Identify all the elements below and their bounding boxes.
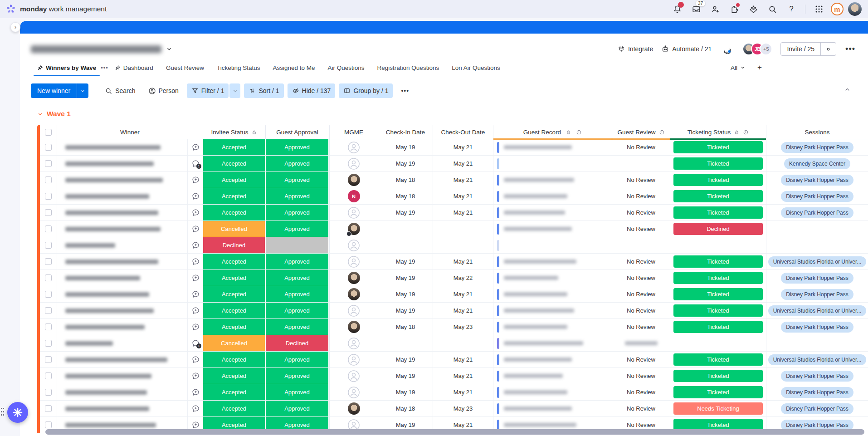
sessions-cell[interactable]: Universal Studios Florida or Univer...	[766, 303, 868, 318]
guest-approval-cell[interactable]: Declined	[266, 335, 329, 351]
row-checkbox[interactable]	[45, 209, 52, 216]
check-out-date[interactable]: May 21	[433, 368, 493, 384]
row-checkbox-cell[interactable]	[37, 139, 57, 155]
session-pill[interactable]: Disney Park Hopper Pass	[781, 175, 853, 186]
conversation-icon[interactable]	[187, 303, 203, 318]
check-out-date[interactable]: May 21	[433, 205, 493, 220]
guest-record-cell[interactable]	[493, 303, 612, 318]
session-pill[interactable]: Disney Park Hopper Pass	[781, 420, 853, 431]
check-out-date[interactable]: May 23	[433, 401, 493, 416]
invitee-status-cell[interactable]: Accepted	[203, 156, 266, 171]
check-in-date[interactable]: May 19	[378, 254, 433, 269]
invite-members-icon[interactable]	[708, 2, 722, 16]
mgme-photo-avatar[interactable]	[348, 272, 360, 284]
session-pill[interactable]: Disney Park Hopper Pass	[781, 142, 853, 153]
invitee-status-cell[interactable]: Cancelled	[203, 335, 266, 351]
tab-guest-review[interactable]: Guest Review	[160, 64, 210, 76]
sessions-cell[interactable]: Disney Park Hopper Pass	[766, 319, 868, 335]
row-checkbox-cell[interactable]	[37, 188, 57, 204]
check-in-date[interactable]: May 19	[378, 368, 433, 384]
guest-review-cell[interactable]: No Review	[612, 384, 670, 400]
mgme-avatar-cell[interactable]	[329, 303, 378, 318]
row-checkbox[interactable]	[45, 291, 52, 298]
check-in-date[interactable]: May 19	[378, 270, 433, 286]
check-in-date[interactable]	[378, 335, 433, 351]
check-out-date[interactable]: May 21	[433, 188, 493, 204]
row-checkbox-cell[interactable]	[37, 221, 57, 237]
row-checkbox[interactable]	[45, 258, 52, 265]
mgme-letter-avatar[interactable]: N	[348, 190, 360, 202]
session-pill[interactable]: Disney Park Hopper Pass	[781, 387, 853, 398]
ticketing-status-cell[interactable]: Ticketed	[670, 254, 766, 269]
tab-dashboard[interactable]: Dashboard	[108, 64, 160, 76]
ticketing-status-badge[interactable]: Ticketed	[673, 272, 763, 284]
check-in-date[interactable]: May 19	[378, 205, 433, 220]
expand-sidebar-button[interactable]: ›	[10, 22, 20, 32]
guest-review-cell[interactable]: No Review	[612, 352, 670, 367]
sessions-cell[interactable]	[766, 237, 868, 253]
check-out-date[interactable]: May 21	[433, 352, 493, 367]
ticketing-status-badge[interactable]: Ticketed	[673, 174, 763, 186]
conversation-icon[interactable]	[187, 221, 203, 237]
guest-approval-cell[interactable]: Approved	[266, 401, 329, 416]
invitee-status-cell[interactable]: Accepted	[203, 254, 266, 269]
winner-name[interactable]	[57, 335, 187, 351]
winner-name[interactable]	[57, 401, 187, 416]
invitee-status-cell[interactable]: Accepted	[203, 303, 266, 318]
guest-review-cell[interactable]: No Review	[612, 303, 670, 318]
ticketing-status-badge[interactable]: Needs Ticketing	[673, 402, 763, 415]
mgme-avatar-cell[interactable]	[329, 172, 378, 188]
guest-record-cell[interactable]	[493, 384, 612, 400]
board-updates-icon[interactable]	[720, 42, 734, 56]
guest-review-cell[interactable]: No Review	[612, 172, 670, 188]
guest-approval-cell[interactable]	[266, 237, 329, 253]
mgme-avatar-cell[interactable]	[329, 401, 378, 416]
check-in-date[interactable]: May 19	[378, 286, 433, 302]
apps-icon[interactable]	[727, 2, 741, 16]
mgme-avatar-cell[interactable]	[329, 237, 378, 253]
conversation-icon[interactable]	[187, 270, 203, 286]
guest-review-cell[interactable]: No Review	[612, 205, 670, 220]
winner-name[interactable]	[57, 319, 187, 335]
row-checkbox-cell[interactable]	[37, 286, 57, 302]
conversation-icon[interactable]	[187, 188, 203, 204]
inbox-icon[interactable]: 37	[689, 2, 703, 16]
help-icon[interactable]: ?	[784, 2, 799, 16]
row-checkbox-cell[interactable]	[37, 335, 57, 351]
search-tool[interactable]: Search	[100, 83, 140, 98]
check-in-date[interactable]: May 19	[378, 384, 433, 400]
guest-approval-cell[interactable]: Approved	[266, 221, 329, 237]
guest-review-cell[interactable]: No Review	[612, 139, 670, 155]
check-out-date[interactable]: May 21	[433, 139, 493, 155]
ticketing-status-cell[interactable]: Ticketed	[670, 139, 766, 155]
guest-review-cell[interactable]	[612, 335, 670, 351]
sessions-cell[interactable]: Disney Park Hopper Pass	[766, 401, 868, 416]
ticketing-status-cell[interactable]	[670, 237, 766, 253]
sessions-cell[interactable]: Disney Park Hopper Pass	[766, 368, 868, 384]
column-header-ticketing-status[interactable]: Ticketing Status	[670, 125, 766, 139]
conversation-icon[interactable]: 1	[187, 335, 203, 351]
session-pill[interactable]: Universal Studios Florida or Univer...	[768, 305, 867, 316]
sessions-cell[interactable]	[766, 335, 868, 351]
winner-name[interactable]	[57, 139, 187, 155]
guest-review-cell[interactable]: No Review	[612, 401, 670, 416]
mgme-avatar-cell[interactable]	[329, 156, 378, 171]
check-out-date[interactable]: May 21	[433, 172, 493, 188]
ticketing-status-cell[interactable]: Ticketed	[670, 286, 766, 302]
sessions-cell[interactable]: Universal Studios Florida or Univer...	[766, 254, 868, 269]
mgme-photo-avatar[interactable]	[348, 321, 360, 333]
ticketing-status-cell[interactable]: Ticketed	[670, 205, 766, 220]
row-checkbox-cell[interactable]	[37, 172, 57, 188]
conversation-icon[interactable]	[187, 319, 203, 335]
assistant-fab-button[interactable]	[7, 402, 28, 423]
ticketing-status-badge[interactable]: Ticketed	[673, 304, 763, 317]
check-out-date[interactable]: May 21	[433, 286, 493, 302]
guest-approval-cell[interactable]: Approved	[266, 319, 329, 335]
conversation-icon[interactable]	[187, 237, 203, 253]
column-header-winner[interactable]: Winner	[57, 125, 203, 139]
guest-approval-cell[interactable]: Approved	[266, 139, 329, 155]
sessions-cell[interactable]: Universal Studios Florida or Univer...	[766, 352, 868, 367]
ticketing-status-badge[interactable]: Ticketed	[673, 255, 763, 268]
check-out-date[interactable]: May 23	[433, 319, 493, 335]
ticketing-status-badge[interactable]: Declined	[673, 223, 763, 235]
